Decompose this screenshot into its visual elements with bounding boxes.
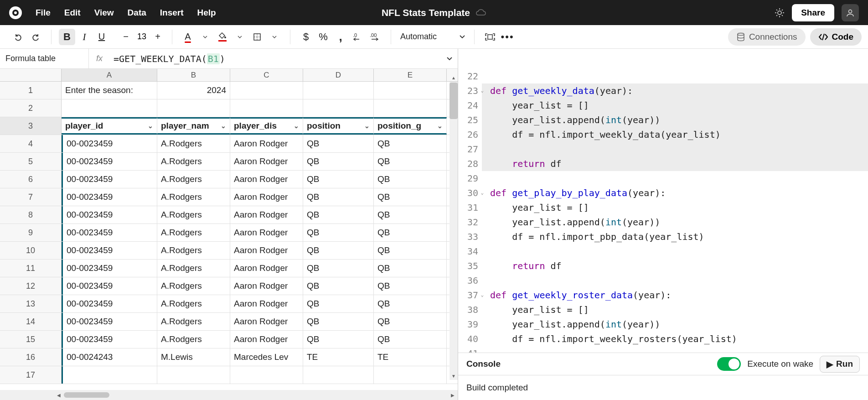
filter-chevron-icon[interactable]: ⌄ <box>221 122 226 130</box>
cell[interactable]: A.Rodgers <box>157 224 230 241</box>
cell[interactable]: QB <box>303 224 374 241</box>
cell[interactable] <box>230 82 303 99</box>
table-header-cell[interactable]: position⌄ <box>303 117 374 135</box>
cell[interactable]: TE <box>303 348 374 366</box>
cell[interactable]: QB <box>374 135 447 152</box>
cell[interactable]: 00-0023459 <box>62 135 157 152</box>
cell[interactable] <box>303 366 374 384</box>
row-header[interactable]: 1 <box>0 82 62 99</box>
cell[interactable]: QB <box>303 206 374 223</box>
scroll-left-arrow[interactable]: ◀ <box>55 391 63 399</box>
cell[interactable]: 00-0023459 <box>62 153 157 170</box>
cell[interactable]: 00-0023459 <box>62 242 157 259</box>
cell[interactable]: Aaron Rodger <box>230 171 303 188</box>
row-header[interactable]: 9 <box>0 224 62 241</box>
text-color-dropdown[interactable] <box>197 29 213 45</box>
vertical-scrollbar[interactable]: ▲ ▼ <box>450 82 458 380</box>
filter-chevron-icon[interactable]: ⌄ <box>364 122 370 130</box>
formula-expand-button[interactable] <box>447 57 452 60</box>
scroll-thumb[interactable] <box>450 83 458 119</box>
scroll-down-arrow[interactable]: ▼ <box>450 372 458 380</box>
cell[interactable]: A.Rodgers <box>157 277 230 295</box>
cell[interactable]: QB <box>374 313 447 330</box>
filter-chevron-icon[interactable]: ⌄ <box>294 122 299 130</box>
cell[interactable]: QB <box>374 331 447 348</box>
cell[interactable]: Aaron Rodger <box>230 331 303 348</box>
cell[interactable]: Aaron Rodger <box>230 135 303 152</box>
increase-font-button[interactable]: + <box>151 30 165 44</box>
cell[interactable]: A.Rodgers <box>157 171 230 188</box>
cell[interactable]: QB <box>303 313 374 330</box>
cell[interactable] <box>230 99 303 117</box>
row-header[interactable]: 14 <box>0 313 62 330</box>
expand-button[interactable] <box>482 29 498 45</box>
comma-format-button[interactable]: , <box>332 29 349 45</box>
bold-button[interactable]: B <box>59 29 75 45</box>
cell[interactable]: Aaron Rodger <box>230 242 303 259</box>
theme-toggle-icon[interactable] <box>775 8 785 18</box>
cell[interactable]: A.Rodgers <box>157 295 230 312</box>
cell[interactable]: A.Rodgers <box>157 135 230 152</box>
cell[interactable]: Enter the season: <box>62 82 157 99</box>
cell[interactable] <box>303 82 374 99</box>
share-button[interactable]: Share <box>792 4 834 21</box>
cell[interactable]: A.Rodgers <box>157 313 230 330</box>
horizontal-scrollbar[interactable]: ◀ ▶ <box>0 390 458 400</box>
cell[interactable]: QB <box>374 277 447 295</box>
row-header[interactable]: 3 <box>0 117 62 135</box>
cell[interactable] <box>62 99 157 117</box>
cell[interactable]: TE <box>374 348 447 366</box>
borders-button[interactable] <box>249 29 265 45</box>
table-header-cell[interactable]: player_id⌄ <box>62 117 157 135</box>
cell[interactable]: M.Lewis <box>157 348 230 366</box>
sheet-body[interactable]: 1Enter the season:2024 2 3 player_id⌄ pl… <box>0 82 458 390</box>
cell[interactable]: QB <box>303 295 374 312</box>
italic-button[interactable]: I <box>76 29 93 45</box>
row-header[interactable]: 15 <box>0 331 62 348</box>
cell[interactable]: QB <box>303 171 374 188</box>
cell[interactable]: 00-0023459 <box>62 331 157 348</box>
menu-file[interactable]: File <box>36 8 51 18</box>
menu-data[interactable]: Data <box>128 8 146 18</box>
cell[interactable]: QB <box>374 295 447 312</box>
cell[interactable]: A.Rodgers <box>157 206 230 223</box>
cell[interactable]: 00-0024243 <box>62 348 157 366</box>
table-header-cell[interactable]: player_nam⌄ <box>157 117 230 135</box>
execute-on-wake-toggle[interactable] <box>717 357 741 371</box>
scroll-right-arrow[interactable]: ▶ <box>449 391 457 399</box>
user-menu-button[interactable] <box>842 4 859 21</box>
code-editor[interactable]: 2223⌄24252627282930⌄31323334353637⌄38394… <box>458 69 868 353</box>
row-header[interactable]: 8 <box>0 206 62 223</box>
increase-decimal-button[interactable]: .00 <box>367 29 383 45</box>
column-header-c[interactable]: C <box>230 69 303 81</box>
cell[interactable]: QB <box>303 277 374 295</box>
cell[interactable]: 00-0023459 <box>62 313 157 330</box>
borders-dropdown[interactable] <box>266 29 283 45</box>
select-all-corner[interactable] <box>0 69 62 81</box>
cell[interactable]: Aaron Rodger <box>230 295 303 312</box>
cell[interactable]: A.Rodgers <box>157 260 230 277</box>
cell[interactable]: QB <box>374 171 447 188</box>
underline-button[interactable]: U <box>93 29 110 45</box>
connections-button[interactable]: Connections <box>728 28 806 46</box>
filter-chevron-icon[interactable]: ⌄ <box>148 122 153 130</box>
column-header-e[interactable]: E <box>374 69 447 81</box>
cell[interactable]: QB <box>374 224 447 241</box>
cell[interactable] <box>157 99 230 117</box>
cell[interactable]: QB <box>303 242 374 259</box>
currency-format-button[interactable]: $ <box>298 29 314 45</box>
cell[interactable]: 00-0023459 <box>62 260 157 277</box>
fill-color-button[interactable] <box>214 29 231 45</box>
cell[interactable]: Marcedes Lev <box>230 348 303 366</box>
redo-button[interactable] <box>27 29 44 45</box>
cell[interactable] <box>374 99 447 117</box>
table-header-cell[interactable]: position_g⌄ <box>374 117 447 135</box>
cell[interactable]: QB <box>374 242 447 259</box>
row-header[interactable]: 10 <box>0 242 62 259</box>
row-header[interactable]: 6 <box>0 171 62 188</box>
formula-input[interactable]: =GET_WEEKLY_DATA(B1) <box>110 53 458 64</box>
table-header-cell[interactable]: player_dis⌄ <box>230 117 303 135</box>
cell-reference-box[interactable]: Formula table <box>0 49 89 68</box>
column-header-a[interactable]: A <box>62 69 157 81</box>
cell[interactable] <box>230 366 303 384</box>
